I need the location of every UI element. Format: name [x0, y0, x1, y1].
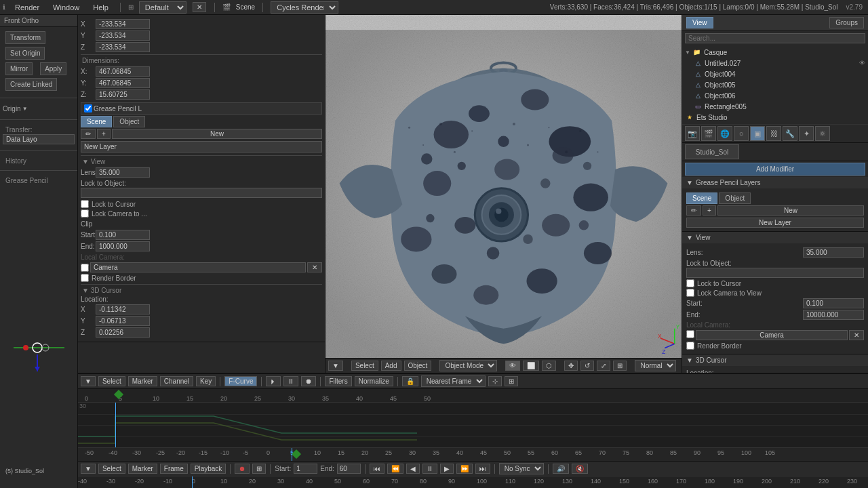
data-layer-input[interactable]: [3, 134, 75, 144]
menu-arrow-btn[interactable]: ▼: [328, 361, 343, 371]
tl-select-btn[interactable]: Select: [98, 376, 125, 386]
menu-render[interactable]: Render: [11, 2, 43, 13]
gp-right-object-tab[interactable]: Object: [719, 192, 751, 204]
transform-cursor-btn[interactable]: ✥: [564, 361, 578, 371]
timeline-menu-btn[interactable]: ▼: [81, 376, 96, 386]
apply-btn[interactable]: Apply: [40, 62, 66, 75]
coord-z-input[interactable]: [96, 42, 150, 52]
rp-clip-start-input[interactable]: [803, 298, 864, 308]
gp-right-pencil-btn[interactable]: ✏: [686, 205, 701, 216]
dim-y-input[interactable]: [96, 78, 150, 88]
coord-y-input[interactable]: [96, 30, 150, 41]
menu-help[interactable]: Help: [89, 2, 113, 13]
tl-bot-playback-btn[interactable]: Playback: [191, 464, 226, 474]
snap-icon-btn[interactable]: 🔒: [402, 376, 418, 386]
rp-view-tab[interactable]: View: [686, 17, 713, 28]
rp-lock-obj-input[interactable]: [686, 268, 864, 278]
lock-object-input[interactable]: [81, 188, 322, 198]
rp-world-icon[interactable]: ○: [734, 126, 749, 141]
fcurve-btn[interactable]: F-Curve: [224, 376, 257, 386]
rp-lock-camera-checkbox[interactable]: [686, 289, 694, 297]
gp-right-new-layer-btn[interactable]: New Layer: [686, 218, 864, 228]
rp-camera-icon[interactable]: 📷: [685, 126, 700, 141]
engine-select[interactable]: Cycles Render: [271, 1, 338, 14]
gp-scene-tab[interactable]: Scene: [81, 116, 112, 127]
jump-start-btn[interactable]: ⏮: [370, 464, 384, 474]
viewport-3d[interactable]: Time:00:01:20 | Remaining:00:31.87 | Mem…: [326, 15, 682, 373]
tl-key-btn[interactable]: Key: [196, 376, 216, 386]
rp-scene-icon[interactable]: 🌐: [717, 126, 732, 141]
gp-right-add-btn[interactable]: +: [703, 205, 716, 216]
select-btn[interactable]: Select: [351, 361, 378, 371]
step-back-btn[interactable]: ⏪: [387, 464, 403, 474]
camera-btn[interactable]: Camera: [90, 262, 306, 272]
outliner-item-rectangle005[interactable]: ▭ Rectangle005: [682, 101, 868, 112]
tl-channel-btn[interactable]: Channel: [160, 376, 193, 386]
rp-lock-cursor-checkbox[interactable]: [686, 279, 694, 287]
gp-object-tab[interactable]: Object: [113, 116, 145, 127]
tl-stop-icon[interactable]: ⏸: [283, 376, 298, 386]
rp-camera-checkbox[interactable]: [686, 330, 694, 338]
snap-mode-select[interactable]: Nearest Frame: [421, 375, 486, 387]
rp-camera-btn[interactable]: Camera: [696, 330, 848, 340]
animate-btn[interactable]: ⏺: [235, 464, 250, 474]
dim-x-input[interactable]: [96, 66, 150, 77]
rp-addmod-icon[interactable]: Studio_Sol: [685, 144, 739, 159]
outliner-item-ets[interactable]: ★ Ets Studio: [682, 112, 868, 123]
rp-cursor-header[interactable]: ▼ 3D Cursor: [682, 354, 868, 366]
outliner-item-casque[interactable]: ▼ 📁 Casque: [682, 47, 868, 58]
audio-btn[interactable]: 🔊: [553, 464, 569, 474]
rp-render-icon[interactable]: 🎬: [701, 126, 716, 141]
origin-btn[interactable]: Set Origin: [5, 47, 45, 60]
gp-pencil-btn[interactable]: ✏: [81, 129, 96, 139]
play-mode-btn[interactable]: ⊞: [252, 464, 266, 474]
menu-window[interactable]: Window: [49, 2, 83, 13]
gp-right-scene-tab[interactable]: Scene: [686, 192, 717, 204]
outliner-item-object005[interactable]: △ Object005: [682, 79, 868, 90]
transform-btn[interactable]: Transform: [5, 31, 45, 44]
rp-lens-input[interactable]: [803, 247, 864, 258]
tl-play-icon[interactable]: ⏵: [266, 376, 281, 386]
play-btn[interactable]: ▶: [440, 464, 454, 474]
close-layout-btn[interactable]: ✕: [193, 2, 206, 12]
stop-btn[interactable]: ⏸: [422, 464, 437, 474]
transform-scale-btn[interactable]: ⤢: [597, 361, 610, 371]
rp-physics-icon[interactable]: ⚛: [815, 126, 830, 141]
cursor-x-input[interactable]: [96, 304, 150, 314]
object-btn[interactable]: Object: [404, 361, 432, 371]
end-frame-input[interactable]: [337, 464, 361, 474]
fcurve-tracks[interactable]: 30: [78, 403, 868, 447]
view-section-header[interactable]: ▼ View: [682, 232, 868, 243]
tl-bot-menu-btn[interactable]: ▼: [81, 464, 96, 474]
layout-select[interactable]: Default: [139, 1, 186, 14]
transform-rotate-btn[interactable]: ↺: [580, 361, 594, 371]
lens-input[interactable]: [96, 167, 150, 178]
rp-clip-end-input[interactable]: [803, 310, 864, 320]
step-fwd-btn[interactable]: ⏩: [456, 464, 473, 474]
render-border-checkbox[interactable]: [81, 274, 89, 282]
tl-marker-btn[interactable]: Marker: [128, 376, 157, 386]
camera-checkbox[interactable]: [81, 264, 89, 272]
view-mode-btn[interactable]: 👁: [505, 361, 520, 371]
coord-x-input[interactable]: [96, 19, 150, 29]
filters-btn[interactable]: Filters: [325, 376, 351, 386]
gp-layers-header[interactable]: ▼ Grease Pencil Layers: [682, 177, 868, 188]
new-layer-btn[interactable]: New Layer: [81, 141, 322, 152]
outliner-item-object006[interactable]: △ Object006: [682, 90, 868, 101]
transform-extra-btn[interactable]: ⊞: [613, 361, 627, 371]
rp-constraint-icon[interactable]: ⛓: [766, 126, 781, 141]
gp-new-btn[interactable]: New: [112, 129, 322, 139]
lock-camera-checkbox[interactable]: [81, 209, 89, 218]
rp-modifier-icon[interactable]: 🔧: [783, 126, 797, 141]
start-frame-input[interactable]: [294, 464, 317, 474]
tl-extra2-btn[interactable]: ⊞: [505, 376, 518, 386]
mode-select[interactable]: Object Mode: [439, 360, 497, 371]
outliner-item-untitled027[interactable]: △ Untitled.027 👁: [682, 58, 868, 68]
add-modifier-btn[interactable]: Add Modifier: [685, 163, 865, 176]
clip-start-input[interactable]: [96, 230, 150, 240]
mirror-btn[interactable]: Mirror: [5, 62, 33, 75]
gp-enabled-checkbox[interactable]: [84, 104, 92, 113]
solid-btn[interactable]: ⬜: [523, 361, 539, 371]
gp-add-btn[interactable]: +: [97, 129, 111, 139]
gp-right-new-btn[interactable]: New: [717, 205, 864, 216]
